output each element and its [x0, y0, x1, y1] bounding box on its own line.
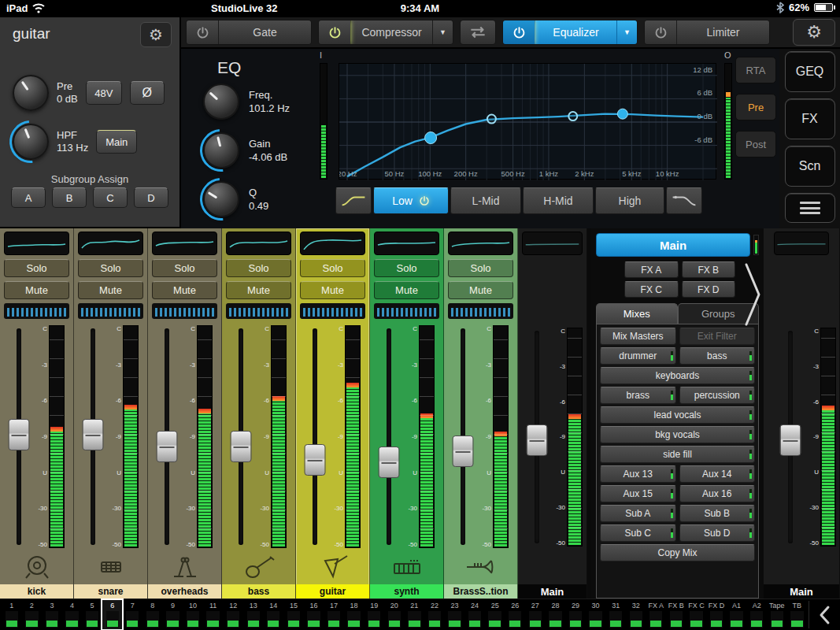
- band-high-button[interactable]: High: [595, 187, 664, 214]
- fader[interactable]: [374, 324, 404, 551]
- collapse-button[interactable]: [809, 601, 838, 628]
- channel-settings-gear-button[interactable]: ⚙: [140, 22, 172, 47]
- channel-select-cell[interactable]: 25: [485, 600, 505, 629]
- fader[interactable]: [226, 324, 256, 551]
- channel-select-cell[interactable]: Tape: [767, 600, 787, 629]
- band-hmid-button[interactable]: H-Mid: [523, 187, 594, 214]
- main-fader[interactable]: [522, 326, 552, 550]
- mix-list-button[interactable]: Sub B: [679, 505, 756, 522]
- high-shelf-button[interactable]: [666, 187, 702, 214]
- mute-button[interactable]: Mute: [78, 281, 143, 299]
- channel-display[interactable]: [226, 232, 291, 255]
- view-button[interactable]: FX: [785, 98, 835, 139]
- compressor-power-button[interactable]: [319, 20, 350, 44]
- subgroup-button[interactable]: C: [93, 187, 128, 208]
- channel-select-cell[interactable]: 4: [62, 600, 83, 629]
- chain-settings-button[interactable]: ⚙: [793, 19, 835, 46]
- main-display[interactable]: [522, 232, 583, 255]
- channel-display[interactable]: [4, 232, 69, 255]
- channel-name[interactable]: snare: [74, 584, 147, 598]
- channel-select-cell[interactable]: 1: [2, 600, 22, 629]
- mix-list-button[interactable]: Aux 13: [600, 465, 676, 483]
- channel-select-cell[interactable]: 29: [565, 600, 586, 629]
- channel-select-cell[interactable]: 16: [304, 600, 324, 629]
- fx-mix-button[interactable]: FX C: [624, 281, 679, 298]
- channel-select-cell[interactable]: FX B: [666, 600, 686, 629]
- channel-display[interactable]: [374, 232, 439, 255]
- channel-select-cell[interactable]: 2: [22, 600, 43, 629]
- mute-button[interactable]: Mute: [152, 281, 217, 299]
- mute-button[interactable]: Mute: [300, 281, 365, 299]
- channel-name[interactable]: kick: [0, 584, 73, 598]
- equalizer-power-button[interactable]: [503, 20, 535, 44]
- mix-list-button[interactable]: percussion: [679, 387, 756, 404]
- mix-list-button[interactable]: Sub A: [600, 505, 676, 522]
- mix-list-button[interactable]: Sub D: [679, 524, 756, 542]
- mute-button[interactable]: Mute: [226, 281, 291, 299]
- tab-mixes[interactable]: Mixes: [596, 303, 678, 324]
- mix-list-button[interactable]: Aux 14: [679, 465, 756, 483]
- mute-button[interactable]: Mute: [374, 281, 439, 299]
- gate-power-button[interactable]: [187, 20, 218, 44]
- fader[interactable]: [152, 324, 182, 551]
- band-low-button[interactable]: Low: [373, 187, 449, 214]
- channel-select-cell[interactable]: 24: [464, 600, 485, 629]
- view-button[interactable]: Scn: [785, 146, 835, 187]
- channel-select-cell[interactable]: 18: [344, 600, 364, 629]
- pre-gain-knob[interactable]: [13, 75, 49, 111]
- channel-display[interactable]: [78, 232, 143, 255]
- channel-display[interactable]: [300, 232, 365, 255]
- channel-select-cell[interactable]: 32: [626, 600, 646, 629]
- fader[interactable]: [448, 324, 478, 551]
- channel-name[interactable]: bass: [222, 584, 295, 598]
- mix-list-button[interactable]: Aux 16: [679, 485, 756, 502]
- mix-list-button[interactable]: Mix Masters: [600, 328, 676, 345]
- tab-limiter[interactable]: Limiter: [676, 20, 769, 44]
- mix-list-button[interactable]: keyboards: [600, 367, 755, 384]
- channel-name[interactable]: synth: [370, 584, 443, 598]
- channel-name[interactable]: guitar: [296, 584, 369, 598]
- mix-list-button[interactable]: lead vocals: [600, 406, 755, 424]
- mix-list-button[interactable]: bass: [679, 347, 756, 365]
- channel-select-cell[interactable]: 6: [102, 600, 123, 629]
- channel-select-cell[interactable]: FX D: [706, 600, 727, 629]
- tab-compressor[interactable]: Compressor: [350, 20, 432, 44]
- low-shelf-button[interactable]: [335, 187, 372, 214]
- fx-mix-button[interactable]: FX A: [624, 261, 679, 278]
- phase-invert-button[interactable]: Ø: [130, 81, 165, 105]
- channel-select-cell[interactable]: 21: [405, 600, 425, 629]
- fader-cap[interactable]: [9, 419, 30, 450]
- fader-cap[interactable]: [231, 431, 252, 462]
- mix-list-button[interactable]: Sub C: [600, 524, 676, 542]
- fader[interactable]: [4, 324, 34, 551]
- channel-select-cell[interactable]: 5: [82, 600, 102, 629]
- fader-cap[interactable]: [157, 431, 178, 462]
- monitor-mode-button[interactable]: Post: [735, 131, 776, 158]
- solo-button[interactable]: Solo: [78, 259, 143, 277]
- mix-list-button[interactable]: Copy Mix: [600, 544, 755, 561]
- channel-select-cell[interactable]: 8: [142, 600, 163, 629]
- compressor-dropdown[interactable]: ▼: [432, 20, 453, 44]
- solo-button[interactable]: Solo: [448, 259, 513, 277]
- fader-cap[interactable]: [780, 424, 801, 456]
- equalizer-dropdown[interactable]: ▼: [616, 20, 637, 44]
- subgroup-button[interactable]: D: [134, 187, 168, 208]
- main-fader[interactable]: [775, 326, 805, 550]
- mute-button[interactable]: Mute: [448, 281, 513, 299]
- channel-select-cell[interactable]: 26: [505, 600, 525, 629]
- channel-select-cell[interactable]: 27: [525, 600, 546, 629]
- fx-mix-button[interactable]: FX B: [682, 261, 736, 278]
- solo-button[interactable]: Solo: [4, 259, 69, 277]
- hpf-knob[interactable]: [13, 124, 49, 160]
- eq-q-knob[interactable]: [203, 181, 239, 217]
- channel-select-cell[interactable]: 7: [122, 600, 142, 629]
- channel-select-cell[interactable]: FX C: [686, 600, 707, 629]
- limiter-power-button[interactable]: [645, 20, 676, 44]
- fader-cap[interactable]: [527, 424, 548, 456]
- channel-select-cell[interactable]: 3: [42, 600, 62, 629]
- mix-list-button[interactable]: brass: [600, 387, 676, 404]
- solo-button[interactable]: Solo: [152, 259, 217, 277]
- solo-button[interactable]: Solo: [300, 259, 365, 277]
- phantom-48v-button[interactable]: 48V: [86, 81, 122, 105]
- subgroup-button[interactable]: A: [11, 187, 46, 208]
